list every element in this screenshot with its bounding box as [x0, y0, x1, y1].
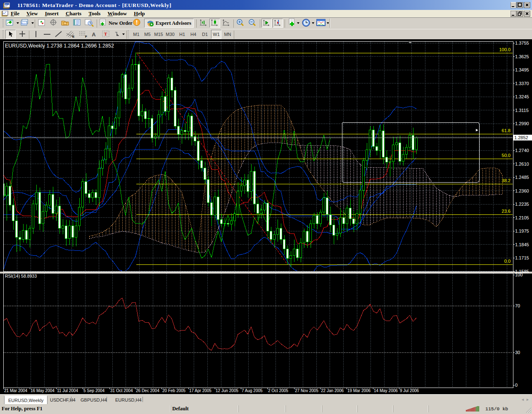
svg-text:1.2990: 1.2990: [515, 121, 529, 126]
svg-text:7 Aug 2005: 7 Aug 2005: [242, 388, 263, 393]
svg-text:61.8: 61.8: [502, 128, 511, 133]
svg-text:17 Apr 2005: 17 Apr 2005: [189, 388, 211, 393]
svg-text:50.0: 50.0: [502, 153, 511, 158]
svg-text:1.1845: 1.1845: [515, 242, 529, 247]
svg-text:16 May 2004: 16 May 2004: [31, 388, 55, 393]
svg-text:11 Jul 2004: 11 Jul 2004: [57, 388, 78, 393]
svg-text:12 Jun 2005: 12 Jun 2005: [216, 388, 238, 393]
svg-text:0.0: 0.0: [504, 259, 511, 264]
svg-text:22 Jan 2006: 22 Jan 2006: [321, 388, 344, 393]
svg-text:EURUSD,Weekly 1.2738 1.2864 1: EURUSD,Weekly 1.2738 1.2864 1.2696 1.285…: [5, 43, 114, 49]
svg-text:1.3245: 1.3245: [515, 94, 529, 99]
svg-text:1.2235: 1.2235: [515, 202, 529, 207]
svg-text:RSI(14) 58.8933: RSI(14) 58.8933: [5, 274, 37, 278]
svg-text:1.3115: 1.3115: [515, 108, 529, 113]
svg-text:F: F: [85, 35, 87, 38]
svg-text:1.2852: 1.2852: [514, 135, 528, 140]
svg-text:19 Mar 2006: 19 Mar 2006: [347, 388, 371, 393]
svg-text:21 Mar 2004: 21 Mar 2004: [4, 388, 28, 393]
svg-text:31 Oct 2004: 31 Oct 2004: [110, 388, 133, 393]
svg-text:100: 100: [515, 272, 522, 277]
svg-text:23.6: 23.6: [502, 209, 511, 214]
svg-text:1.3370: 1.3370: [515, 81, 529, 86]
svg-text:T: T: [104, 31, 107, 36]
svg-text:38.2: 38.2: [502, 178, 511, 183]
svg-text:1.1715: 1.1715: [515, 255, 529, 260]
svg-text:20 Feb 2005: 20 Feb 2005: [162, 388, 186, 393]
svg-text:2 Oct 2005: 2 Oct 2005: [268, 388, 288, 393]
svg-text:1.2105: 1.2105: [515, 215, 529, 220]
svg-text:1.3755: 1.3755: [515, 40, 529, 45]
svg-text:5 Sep 2004: 5 Sep 2004: [83, 388, 105, 393]
svg-text:1.3495: 1.3495: [515, 67, 529, 72]
svg-text:1.2360: 1.2360: [515, 188, 529, 193]
svg-text:100.0: 100.0: [499, 47, 511, 52]
svg-text:14 May 2006: 14 May 2006: [374, 388, 398, 393]
svg-text:70: 70: [515, 303, 520, 308]
svg-text:1.2610: 1.2610: [515, 162, 529, 167]
svg-text:1.1975: 1.1975: [515, 228, 529, 233]
svg-text:26 Dec 2004: 26 Dec 2004: [136, 388, 159, 393]
svg-text:1.2485: 1.2485: [515, 175, 529, 180]
svg-text:30: 30: [515, 350, 520, 355]
svg-text:27 Nov 2005: 27 Nov 2005: [295, 388, 318, 393]
svg-text:0: 0: [515, 383, 518, 388]
svg-text:1.2740: 1.2740: [515, 148, 529, 153]
svg-text:E: E: [72, 35, 75, 38]
svg-text:1.3625: 1.3625: [515, 54, 529, 59]
svg-text:9 Jul 2006: 9 Jul 2006: [400, 388, 419, 393]
